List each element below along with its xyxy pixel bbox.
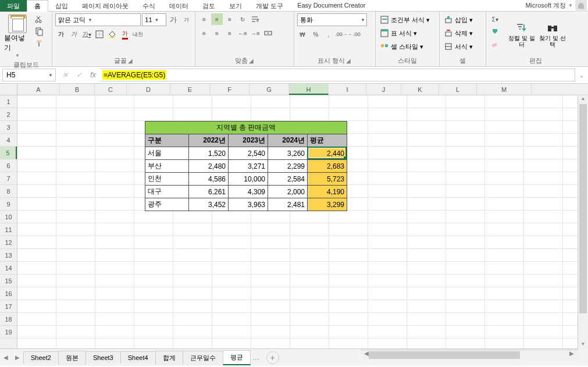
expand-formula-button[interactable]: ⌄ <box>575 72 588 79</box>
column-header[interactable]: G <box>250 84 289 95</box>
data-tab[interactable]: 데이터 <box>162 0 195 12</box>
indent-increase-button[interactable]: →≡ <box>250 27 261 39</box>
addin-tab[interactable]: Easy Document Creator <box>290 0 372 12</box>
row-header[interactable]: 11 <box>0 223 17 236</box>
column-header[interactable]: C <box>95 84 127 95</box>
insert-cells-button[interactable]: 삽입▾ <box>443 13 474 26</box>
developer-tab[interactable]: 개발 도구 <box>249 0 290 12</box>
scroll-down-icon[interactable]: ▼ <box>578 341 588 350</box>
account-area[interactable]: Microsoft 계정 ▼ <box>525 0 588 12</box>
increase-font-button[interactable]: 가 <box>168 14 179 26</box>
formula-tab[interactable]: 수식 <box>136 0 162 12</box>
format-table-button[interactable]: 표 서식▾ <box>379 27 431 40</box>
paste-button[interactable]: 붙여넣기 ▼ <box>3 13 32 59</box>
column-header[interactable]: A <box>17 84 60 95</box>
add-sheet-button[interactable]: + <box>266 351 279 364</box>
conditional-format-button[interactable]: 조건부 서식▾ <box>379 13 431 26</box>
comma-button[interactable]: , <box>323 28 334 40</box>
row-header[interactable]: 5 <box>0 147 17 159</box>
row-header[interactable]: 9 <box>0 198 17 211</box>
align-bottom-button[interactable]: ≡ <box>224 13 236 25</box>
decrease-font-button[interactable]: 가 <box>180 14 192 26</box>
currency-button[interactable]: ₩ <box>297 28 309 40</box>
tab-nav-prev[interactable]: ◀ <box>0 354 12 361</box>
font-name-combo[interactable]: 맑은 고딕 ▼ <box>55 13 141 26</box>
dialog-launcher-icon[interactable]: ◢ <box>345 58 352 64</box>
fx-button[interactable]: fx <box>86 69 100 81</box>
home-tab[interactable]: 홈 <box>27 0 48 12</box>
vertical-scrollbar[interactable]: ▲ ▼ <box>578 96 588 350</box>
align-middle-button[interactable]: ≡ <box>211 13 223 25</box>
column-header[interactable]: L <box>439 84 477 95</box>
formula-input[interactable]: =AVERAGE(E5:G5) <box>100 69 575 81</box>
dialog-launcher-icon[interactable]: ◢ <box>248 58 255 64</box>
italic-button[interactable]: 가 <box>68 28 80 40</box>
column-header[interactable]: I <box>329 84 366 95</box>
row-header[interactable]: 14 <box>0 262 17 275</box>
row-header[interactable]: 7 <box>0 172 17 185</box>
select-all-corner[interactable] <box>0 84 17 95</box>
autosum-button[interactable]: Σ▾ <box>489 13 501 25</box>
sheet-tab[interactable]: 근무일수 <box>183 351 223 365</box>
font-color-button[interactable]: 가 <box>119 28 131 40</box>
column-header[interactable]: J <box>366 84 401 95</box>
scroll-thumb[interactable] <box>579 104 587 313</box>
scroll-right-icon[interactable]: ▶ <box>566 350 578 357</box>
align-center-button[interactable]: ≡ <box>211 27 223 39</box>
cut-button[interactable] <box>34 13 45 25</box>
tab-overflow[interactable]: … <box>250 354 262 362</box>
row-header[interactable]: 13 <box>0 249 17 262</box>
scroll-thumb[interactable] <box>369 351 520 359</box>
row-header[interactable]: 6 <box>0 159 17 172</box>
column-header[interactable]: B <box>60 84 95 95</box>
decrease-decimal-button[interactable]: ←.00 <box>348 28 360 40</box>
review-tab[interactable]: 검토 <box>195 0 222 12</box>
column-header[interactable]: K <box>401 84 439 95</box>
wrap-text-button[interactable] <box>250 13 261 25</box>
align-top-button[interactable]: ≡ <box>198 13 210 25</box>
copy-button[interactable] <box>34 26 45 37</box>
tab-nav-next[interactable]: ▶ <box>12 354 23 361</box>
row-header[interactable]: 12 <box>0 236 17 249</box>
scroll-up-icon[interactable]: ▲ <box>578 96 588 104</box>
sheet-tab[interactable]: Sheet4 <box>120 351 156 364</box>
number-format-combo[interactable]: 통화 ▼ <box>297 13 367 26</box>
underline-button[interactable]: 가▾ <box>81 28 92 40</box>
delete-cells-button[interactable]: 삭제▾ <box>443 27 474 40</box>
column-header[interactable]: E <box>170 84 210 95</box>
sheet-tab[interactable]: Sheet2 <box>23 351 59 364</box>
phonetic-button[interactable]: 내천 <box>132 28 144 40</box>
format-painter-button[interactable] <box>34 38 45 49</box>
sheet-tab[interactable]: Sheet3 <box>85 351 121 364</box>
row-header[interactable]: 17 <box>0 300 17 313</box>
fill-color-button[interactable] <box>106 28 118 40</box>
name-box[interactable]: H5 ▼ <box>2 69 56 81</box>
percent-button[interactable]: % <box>310 28 322 40</box>
sheet-tab[interactable]: 원본 <box>58 351 86 365</box>
sheet-tab[interactable]: 평균 <box>223 350 251 365</box>
enter-formula-button[interactable]: ✓ <box>72 69 86 81</box>
align-left-button[interactable]: ≡ <box>198 27 210 39</box>
cancel-formula-button[interactable]: ✕ <box>58 69 72 81</box>
file-tab[interactable]: 파일 <box>0 0 27 12</box>
cell-styles-button[interactable]: 셀 스타일▾ <box>379 40 431 53</box>
format-cells-button[interactable]: 서식▾ <box>443 40 474 53</box>
row-header[interactable]: 16 <box>0 287 17 300</box>
row-header[interactable]: 1 <box>0 95 17 108</box>
font-size-combo[interactable]: 11 ▼ <box>142 13 166 26</box>
border-button[interactable] <box>94 28 105 40</box>
cells-canvas[interactable]: 지역별 총 판매금액 구분 2022년 2023년 2024년 평균 서울 1,… <box>17 95 588 348</box>
indent-decrease-button[interactable]: ←≡ <box>237 27 248 39</box>
column-header[interactable]: F <box>210 84 250 95</box>
dialog-launcher-icon[interactable]: ◢ <box>127 58 134 64</box>
row-header[interactable]: 10 <box>0 211 17 223</box>
insert-tab[interactable]: 삽입 <box>48 0 75 12</box>
clear-button[interactable] <box>489 38 501 49</box>
increase-decimal-button[interactable]: .00→ <box>336 28 347 40</box>
horizontal-scrollbar[interactable]: ◀ ▶ <box>361 350 578 360</box>
find-select-button[interactable]: 찾기 및 선택 <box>538 13 567 55</box>
column-header[interactable]: M <box>477 84 532 95</box>
fill-button[interactable] <box>489 26 501 37</box>
merge-button[interactable] <box>262 27 274 39</box>
align-right-button[interactable]: ≡ <box>224 27 236 39</box>
